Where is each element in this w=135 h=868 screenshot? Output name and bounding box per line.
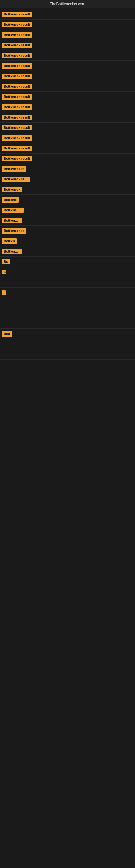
list-item: I xyxy=(0,287,135,298)
list-item: Bottleneck result xyxy=(0,51,135,61)
list-item: Bottleneck result xyxy=(0,154,135,164)
bottleneck-badge[interactable]: Bottleneck result xyxy=(2,115,32,120)
list-item: Bottleneck result xyxy=(0,92,135,102)
list-item: Bottleneck result xyxy=(0,82,135,92)
bottleneck-badge[interactable]: Bottleneck result xyxy=(2,32,32,38)
results-list: Bottleneck resultBottleneck resultBottle… xyxy=(0,8,135,370)
bottleneck-badge[interactable]: Bottlene xyxy=(2,197,19,203)
list-item xyxy=(0,298,135,308)
bottleneck-badge[interactable]: Bottleneck result xyxy=(2,156,32,161)
site-title: TheBottlenecker.com xyxy=(0,0,135,8)
bottleneck-badge[interactable]: I xyxy=(2,290,6,295)
list-item: Bottleneck result xyxy=(0,9,135,20)
list-item xyxy=(0,339,135,349)
list-item xyxy=(0,308,135,318)
list-item xyxy=(0,277,135,287)
bottleneck-badge[interactable]: Bottleneck result xyxy=(2,135,32,141)
list-item: Bottleneck resul xyxy=(0,174,135,184)
list-item: Bottleneck result xyxy=(0,61,135,71)
bottleneck-badge[interactable]: Bottleneck result xyxy=(2,73,32,79)
list-item: Bottlen xyxy=(0,236,135,246)
bottleneck-badge[interactable]: Bottleneck re xyxy=(2,228,27,234)
list-item: Bottleneck result xyxy=(0,71,135,82)
list-item xyxy=(0,360,135,370)
bottleneck-badge[interactable]: Bottleneck r xyxy=(2,208,24,213)
bottleneck-badge[interactable]: Bottleneck result xyxy=(2,42,32,48)
bottleneck-badge[interactable]: Bottleneck result xyxy=(2,63,32,69)
bottleneck-badge[interactable]: Bottleneck result xyxy=(2,12,32,17)
bottleneck-badge[interactable]: Bottleneck resul xyxy=(2,177,30,182)
list-item: Bottleneck re xyxy=(0,164,135,174)
list-item: Bottleneck r xyxy=(0,205,135,215)
list-item xyxy=(0,318,135,329)
list-item: Bottleneck re xyxy=(0,226,135,236)
list-item: Bottleneck xyxy=(0,215,135,226)
list-item: Bottleneck result xyxy=(0,20,135,30)
bottleneck-badge[interactable]: Bottlen xyxy=(2,239,17,244)
bottleneck-badge[interactable]: B xyxy=(2,270,6,274)
list-item: Bottleneck result xyxy=(0,102,135,112)
bottleneck-badge[interactable]: Bottleneck xyxy=(2,249,22,254)
bottleneck-badge[interactable]: Bottleneck xyxy=(2,218,22,223)
bottleneck-badge[interactable]: Bottleneck result xyxy=(2,94,32,99)
bottleneck-badge[interactable]: Bottleneck re xyxy=(2,166,27,172)
list-item: Bottleneck result xyxy=(0,143,135,154)
list-item: Bottleneck result xyxy=(0,123,135,133)
list-item: Bottleneck xyxy=(0,184,135,195)
bottleneck-badge[interactable]: Bottleneck result xyxy=(2,125,32,130)
list-item: B xyxy=(0,267,135,277)
list-item: Bottleneck result xyxy=(0,30,135,40)
bottleneck-badge[interactable]: Bottleneck result xyxy=(2,84,32,89)
list-item: Bottlene xyxy=(0,195,135,205)
bottleneck-badge[interactable]: Bottleneck result xyxy=(2,104,32,110)
list-item: Bott xyxy=(0,329,135,339)
list-item: Bottleneck xyxy=(0,246,135,257)
bottleneck-badge[interactable]: Bott xyxy=(2,331,12,337)
list-item: Bo xyxy=(0,257,135,267)
bottleneck-badge[interactable]: Bottleneck xyxy=(2,187,22,192)
bottleneck-badge[interactable]: Bottleneck result xyxy=(2,53,32,58)
list-item: Bottleneck result xyxy=(0,40,135,51)
bottleneck-badge[interactable]: Bottleneck result xyxy=(2,146,32,151)
list-item: Bottleneck result xyxy=(0,112,135,123)
list-item: Bottleneck result xyxy=(0,133,135,143)
bottleneck-badge[interactable]: Bo xyxy=(2,259,10,265)
list-item xyxy=(0,349,135,360)
bottleneck-badge[interactable]: Bottleneck result xyxy=(2,22,32,27)
